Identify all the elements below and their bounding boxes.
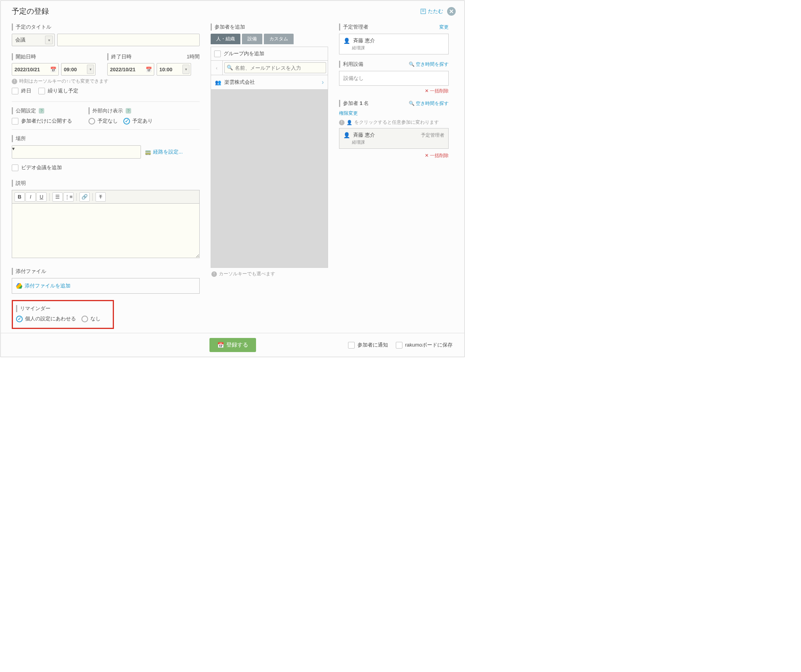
register-button[interactable]: 📅 登録する: [209, 338, 256, 352]
participant-search-input[interactable]: [224, 62, 326, 73]
dropdown-arrow-icon: ▾: [87, 65, 94, 74]
location-select[interactable]: ▾: [12, 145, 141, 159]
manager-name: 斉藤 恵介: [353, 37, 375, 44]
description-textarea[interactable]: [12, 203, 200, 258]
org-name: 楽雲株式会社: [224, 79, 255, 86]
participants-only-checkbox[interactable]: 参加者だけに公開する: [12, 117, 72, 125]
notify-label: 参加者に通知: [357, 341, 388, 349]
reminder-none-radio[interactable]: なし: [81, 315, 101, 322]
add-group-label: グループ内を追加: [224, 50, 264, 57]
find-participant-time-link[interactable]: 🔍空き時間を探す: [409, 100, 449, 107]
change-manager-link[interactable]: 変更: [439, 24, 449, 31]
manager-label: 予定管理者変更: [339, 23, 449, 31]
info-icon: !: [211, 271, 217, 277]
add-attachment-button[interactable]: 添付ファイルを追加: [12, 278, 200, 294]
participant-item[interactable]: 👤 斉藤 恵介 予定管理者 経理課: [339, 128, 449, 149]
page-title: 予定の登録: [12, 6, 49, 16]
tab-people[interactable]: 人・組織: [211, 34, 240, 44]
cursor-hint: ! カーソルキーでも選べます: [211, 268, 328, 280]
end-date-label: 終了日時: [107, 53, 132, 60]
calendar-icon: 📅: [50, 67, 56, 72]
register-label: 登録する: [226, 341, 248, 349]
info-icon: !: [12, 79, 17, 84]
time-hint-text: 時刻はカーソルキーの↑↓でも変更できます: [19, 78, 108, 85]
chevron-right-icon: ›: [322, 79, 324, 86]
title-input[interactable]: [57, 34, 200, 46]
dropdown-arrow-icon: ▾: [12, 146, 15, 152]
add-attachment-label: 添付ファイルを追加: [25, 282, 70, 289]
reminder-label: リマインダー: [16, 305, 110, 312]
participants-only-label: 参加者だけに公開する: [21, 117, 72, 125]
person-icon: 👤: [346, 120, 352, 125]
duration-label: 1時間: [182, 53, 200, 60]
allday-label: 終日: [21, 87, 31, 94]
search-icon: 🔍: [227, 65, 233, 70]
help-icon[interactable]: ?: [126, 108, 131, 114]
click-hint: ! 👤 をクリックすると任意参加に変わります: [339, 119, 449, 126]
collapse-icon: [420, 9, 426, 14]
dropdown-arrow-icon: ▾: [45, 36, 53, 44]
start-date-value: 2022/10/21: [14, 67, 40, 72]
bold-button[interactable]: B: [14, 192, 25, 202]
collapse-link[interactable]: たたむ: [420, 8, 443, 15]
start-date-input[interactable]: 2022/10/21 📅: [12, 63, 59, 76]
clear-format-button[interactable]: T: [96, 192, 106, 202]
close-icon: [449, 9, 453, 13]
participant-list-label: 参加者 1 名 🔍空き時間を探す: [339, 100, 449, 107]
external-none-radio[interactable]: 予定なし: [88, 117, 118, 125]
unordered-list-button[interactable]: ⋮≡: [63, 192, 74, 202]
ordered-list-button[interactable]: ☰: [52, 192, 63, 202]
person-icon: 👤: [343, 38, 350, 44]
participant-name: 斉藤 恵介: [353, 132, 375, 139]
editor-toolbar: B I U ☰ ⋮≡ 🔗 T: [12, 190, 200, 203]
participant-list-area: [211, 90, 328, 268]
org-row[interactable]: 👥 楽雲株式会社 ›: [211, 75, 328, 90]
add-group-checkbox[interactable]: グループ内を追加: [214, 50, 264, 57]
add-participants-label: 参加者を追加: [211, 23, 328, 31]
help-icon[interactable]: ?: [39, 108, 44, 114]
tab-equipment[interactable]: 設備: [242, 34, 262, 44]
info-icon: !: [339, 120, 345, 125]
start-date-label: 開始日時: [12, 53, 36, 60]
train-icon: 🚃: [145, 149, 151, 155]
end-date-input[interactable]: 2022/10/21 📅: [107, 63, 154, 76]
italic-button[interactable]: I: [25, 192, 36, 202]
equipment-label: 利用設備🔍空き時間を探す: [339, 61, 449, 68]
repeat-checkbox[interactable]: 繰り返し予定: [38, 87, 78, 94]
allday-checkbox[interactable]: 終日: [12, 87, 31, 94]
tab-custom[interactable]: カスタム: [264, 34, 294, 44]
external-has-label: 予定あり: [132, 117, 153, 125]
manager-dept: 経理課: [352, 45, 444, 51]
reminder-personal-radio[interactable]: 個人の設定にあわせる: [16, 315, 76, 322]
event-type-select[interactable]: 会議 ▾: [12, 34, 55, 46]
save-board-checkbox[interactable]: rakumoボードに保存: [396, 341, 453, 349]
underline-button[interactable]: U: [36, 192, 47, 202]
video-meeting-checkbox[interactable]: ビデオ会議を追加: [12, 164, 200, 171]
save-board-label: rakumoボードに保存: [405, 341, 453, 349]
nav-back-button[interactable]: ‹: [211, 61, 223, 75]
video-meeting-label: ビデオ会議を追加: [21, 164, 62, 171]
link-button[interactable]: 🔗: [79, 192, 90, 202]
route-link[interactable]: 🚃 経路を設定...: [145, 148, 183, 155]
participant-role: 予定管理者: [421, 132, 444, 139]
end-time-input[interactable]: 10:00 ▾: [157, 63, 191, 76]
delete-all-equipment-link[interactable]: ✕ 一括削除: [339, 86, 449, 100]
delete-all-participants-link[interactable]: ✕ 一括削除: [339, 150, 449, 164]
reminder-section: リマインダー 個人の設定にあわせる なし: [12, 300, 114, 329]
click-hint-text: をクリックすると任意参加に変わります: [354, 119, 439, 126]
find-equipment-time-link[interactable]: 🔍空き時間を探す: [409, 61, 449, 68]
external-has-radio[interactable]: 予定あり: [123, 117, 153, 125]
permission-change-link[interactable]: 権限変更: [339, 110, 358, 117]
repeat-label: 繰り返し予定: [48, 87, 78, 94]
time-hint: ! 時刻はカーソルキーの↑↓でも変更できます: [12, 78, 200, 85]
calendar-check-icon: 📅: [217, 342, 224, 348]
reminder-personal-label: 個人の設定にあわせる: [25, 315, 76, 322]
end-time-value: 10:00: [159, 67, 172, 72]
manager-box: 👤斉藤 恵介 経理課: [339, 34, 449, 54]
notify-checkbox[interactable]: 参加者に通知: [348, 341, 388, 349]
close-button[interactable]: [447, 7, 456, 16]
start-time-input[interactable]: 09:00 ▾: [61, 63, 96, 76]
participant-dept: 経理課: [352, 139, 444, 145]
attachment-label: 添付ファイル: [12, 268, 200, 275]
public-setting-label: 公開設定?: [12, 107, 72, 114]
